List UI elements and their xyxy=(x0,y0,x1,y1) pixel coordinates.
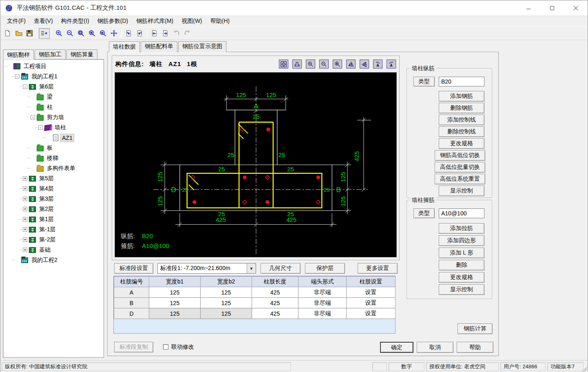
maximize-button[interactable] xyxy=(540,0,564,16)
minimize-button[interactable] xyxy=(517,0,540,16)
delete-rebar-button[interactable]: 删除钢筋 xyxy=(439,103,484,113)
tree-item[interactable]: 楼梯 xyxy=(3,153,104,163)
center-view-button[interactable] xyxy=(279,60,288,69)
rotate-right-button[interactable] xyxy=(387,60,396,69)
delete-stirrup-button[interactable]: 删除 xyxy=(439,260,484,270)
leg-settings-cell[interactable]: 设置 xyxy=(347,308,396,319)
canvas-zoom-out-button[interactable] xyxy=(319,60,329,69)
chevron-down-icon[interactable]: ▼ xyxy=(247,264,256,273)
tree-item[interactable]: + 第2层 xyxy=(3,204,104,214)
previous-component-button[interactable] xyxy=(149,28,160,39)
end-type-cell[interactable]: 非尽端 xyxy=(298,287,347,298)
add-quad-button[interactable]: 添加四边形 xyxy=(439,235,484,246)
close-button[interactable] xyxy=(564,0,588,16)
left-tab[interactable]: 钢筋算量 xyxy=(66,49,97,60)
rebar-high-low-toggle-button[interactable]: 钢筋高低位切换 xyxy=(435,150,485,161)
width-b1-cell[interactable]: 125 xyxy=(149,287,201,298)
tree-toggle[interactable]: + xyxy=(23,227,27,232)
table-row[interactable]: B 125 125 425 非尽端 设置 xyxy=(114,298,396,308)
tree-toggle[interactable]: - xyxy=(23,84,27,89)
add-control-line-button[interactable]: 添加控制线 xyxy=(439,115,484,125)
mirror-horizontal-button[interactable] xyxy=(360,60,369,69)
tree-toggle[interactable]: + xyxy=(23,207,27,211)
tree-item[interactable]: + 第5层 xyxy=(3,173,104,184)
section-canvas[interactable]: 125 125 A 25 25 25 425 25 25 D B 25 25 1… xyxy=(115,72,397,257)
leg-settings-cell[interactable]: 设置 xyxy=(347,287,396,298)
tree-toggle[interactable]: - xyxy=(15,74,20,79)
left-tab[interactable]: 钢筋翻样 xyxy=(3,49,34,60)
add-l-shape-button[interactable]: 添加 L 形 xyxy=(439,248,484,258)
high-low-batch-toggle-button[interactable]: 高低位批量切换 xyxy=(435,162,485,173)
left-tab[interactable]: 钢筋加工 xyxy=(35,49,66,60)
tree-item[interactable]: - 剪力墙 xyxy=(3,112,104,122)
high-low-system-reset-button[interactable]: 高低位系统重置 xyxy=(435,174,485,184)
tree-item[interactable]: 板 xyxy=(3,143,104,153)
tree-item[interactable]: + 第4层 xyxy=(3,184,104,194)
cover-layer-button[interactable]: 保护层 xyxy=(305,263,345,274)
longitudinal-type-field[interactable] xyxy=(439,77,484,86)
leg-settings-cell[interactable]: 设置 xyxy=(347,298,396,308)
change-spec-button[interactable]: 更改规格 xyxy=(439,138,484,149)
zoom-extents-button[interactable] xyxy=(86,28,97,39)
width-b2-cell[interactable]: 125 xyxy=(201,287,252,298)
leg-length-cell[interactable]: 425 xyxy=(252,287,298,298)
fit-section-button[interactable] xyxy=(292,60,302,69)
display-control-button[interactable]: 显示控制 xyxy=(439,186,484,196)
undo-button[interactable] xyxy=(171,28,182,39)
tree-item[interactable]: + 基础 xyxy=(3,245,104,255)
add-rebar-button[interactable]: 添加钢筋 xyxy=(439,91,484,102)
zoom-previous-button[interactable] xyxy=(97,28,108,39)
menu-item[interactable]: 帮助(H) xyxy=(206,16,234,26)
add-tie-button[interactable]: 添加拉筋 xyxy=(439,223,484,234)
main-tab[interactable]: 墙柱数据 xyxy=(109,41,140,52)
tree-item[interactable]: 工程项目 xyxy=(3,61,104,71)
tree-toggle[interactable]: - xyxy=(38,125,43,130)
tree-item[interactable]: - 墙柱 xyxy=(3,122,104,133)
zoom-window-button[interactable] xyxy=(75,28,86,39)
tree-toggle[interactable]: + xyxy=(23,237,27,242)
menu-item[interactable]: 文件(F) xyxy=(3,16,30,26)
tree-item[interactable]: + 第3层 xyxy=(3,194,104,204)
geometry-size-button[interactable]: 几何尺寸 xyxy=(261,263,301,274)
segment-dropdown[interactable]: 标准段1: -7.200m~21.600m ▼ xyxy=(157,263,256,274)
width-b1-cell[interactable]: 125 xyxy=(149,298,201,308)
tree-item[interactable]: 我的工程2 xyxy=(3,255,104,265)
rotate-left-button[interactable] xyxy=(373,60,382,69)
table-row[interactable]: A 125 125 425 非尽端 设置 xyxy=(114,287,396,298)
segment-copy-button[interactable]: 标准段复制 xyxy=(114,342,153,352)
longitudinal-type-button[interactable]: 类型 xyxy=(413,77,435,86)
help-button[interactable]: 帮助 xyxy=(457,342,493,353)
leg-length-cell[interactable]: 425 xyxy=(252,298,298,308)
toggle-tree-button[interactable] xyxy=(39,28,50,39)
mirror-vertical-button[interactable] xyxy=(346,60,356,69)
redo-button[interactable] xyxy=(182,28,193,39)
tree-item[interactable]: AZ1 xyxy=(3,133,104,143)
menu-item[interactable]: 钢筋样式库(M) xyxy=(132,16,177,26)
tree-toggle[interactable]: + xyxy=(23,217,27,221)
first-component-button[interactable] xyxy=(123,28,134,39)
menu-item[interactable]: 钢筋参数(D) xyxy=(93,16,132,26)
tree-item[interactable]: + 第-2层 xyxy=(3,235,104,245)
leg-length-cell[interactable]: 425 xyxy=(252,308,298,319)
width-b2-cell[interactable]: 125 xyxy=(201,298,252,308)
tree-item[interactable]: 梁 xyxy=(3,92,104,102)
tree-item[interactable]: 多构件表单 xyxy=(3,163,104,173)
more-settings-button[interactable]: 更多设置 xyxy=(358,263,398,274)
menu-item[interactable]: 查看(V) xyxy=(30,16,57,26)
main-tab[interactable]: 钢筋配料单 xyxy=(141,41,177,52)
end-type-cell[interactable]: 非尽端 xyxy=(298,308,347,319)
pan-button[interactable] xyxy=(108,28,119,39)
stirrup-change-spec-button[interactable]: 更改规格 xyxy=(439,272,484,283)
stirrup-type-field[interactable] xyxy=(439,208,484,218)
next-component-button[interactable] xyxy=(160,28,171,39)
tree-toggle[interactable]: - xyxy=(31,115,35,120)
tree-item[interactable]: + 第-1层 xyxy=(3,224,104,235)
delete-control-line-button[interactable]: 删除控制线 xyxy=(439,126,484,137)
tree-item[interactable]: + 第1层 xyxy=(3,214,104,224)
zoom-in-button[interactable] xyxy=(53,28,64,39)
rebar-calculate-button[interactable]: 钢筋计算 xyxy=(458,323,493,334)
zoom-out-button[interactable] xyxy=(64,28,75,39)
canvas-zoom-extents-button[interactable] xyxy=(333,60,342,69)
stirrup-type-button[interactable]: 类型 xyxy=(413,208,435,218)
end-type-cell[interactable]: 非尽端 xyxy=(298,298,347,308)
